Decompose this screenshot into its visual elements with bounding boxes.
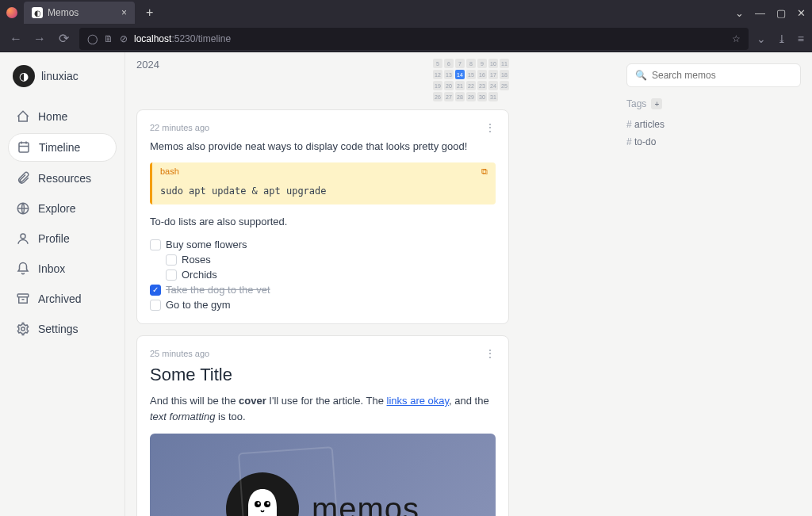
pocket-icon[interactable]: ⌄ [756,32,766,45]
browser-tab[interactable]: ◐ Memos × [24,2,135,24]
sidebar: ◑ linuxiac Home Timeline Resources Explo… [0,52,125,516]
year-label: 2024 [136,59,159,71]
nav-label: Archived [38,292,81,305]
activity-heatmap[interactable]: 5678910111213141516171819202122232425262… [433,59,509,101]
heatmap-cell[interactable]: 10 [488,59,498,68]
memo-card: 22 minutes ago ⋮ Memos also provide neat… [136,109,509,324]
svg-point-7 [21,327,25,331]
tab-favicon: ◐ [32,7,43,18]
heatmap-cell[interactable]: 15 [466,70,476,79]
checkbox[interactable] [166,254,177,266]
heatmap-cell[interactable]: 17 [488,70,498,79]
heatmap-cell[interactable]: 25 [500,81,509,90]
close-icon[interactable]: × [121,7,127,18]
todo-intro: To-do lists are also supported. [150,214,496,230]
tag-item[interactable]: to-do [626,133,801,151]
heatmap-cell[interactable]: 14 [455,70,465,79]
search-box[interactable]: 🔍 [626,63,801,87]
sidebar-item-profile[interactable]: Profile [8,225,117,252]
checkbox[interactable] [150,239,161,250]
heatmap-cell[interactable]: 23 [477,81,487,90]
nav-label: Timeline [39,141,80,154]
heatmap-cell[interactable]: 30 [477,92,487,101]
sidebar-item-resources[interactable]: Resources [8,165,117,192]
heatmap-cell[interactable]: 8 [466,59,476,68]
checkbox[interactable] [166,269,177,281]
heatmap-cell[interactable]: 11 [500,59,509,68]
new-tab-button[interactable]: + [141,6,158,20]
heatmap-cell[interactable]: 31 [488,92,498,101]
close-window-icon[interactable]: ✕ [797,7,806,19]
todo-item[interactable]: Roses [166,252,496,267]
sidebar-item-timeline[interactable]: Timeline [8,133,117,162]
memo-link[interactable]: links are okay [387,395,450,407]
heatmap-cell[interactable]: 6 [444,59,454,68]
checkbox-checked[interactable]: ✓ [150,285,161,296]
copy-icon[interactable]: ⧉ [481,166,488,177]
maximize-icon[interactable]: ▢ [776,7,786,19]
reload-button[interactable]: ⟳ [56,31,71,46]
minimize-icon[interactable]: — [755,7,765,19]
sidebar-item-explore[interactable]: Explore [8,195,117,222]
heatmap-cell[interactable]: 9 [477,59,487,68]
sidebar-item-settings[interactable]: Settings [8,315,117,342]
memo-text: Memos also provide neat ways to display … [150,139,496,155]
todo-item[interactable]: Buy some flowers [150,237,496,252]
chevron-down-icon[interactable]: ⌄ [735,7,744,19]
todo-item[interactable]: Go to the gym [150,297,496,312]
sidebar-item-archived[interactable]: Archived [8,285,117,312]
heatmap-cell[interactable]: 21 [455,81,465,90]
memo-image[interactable]: memos [150,434,496,516]
svg-point-5 [21,234,25,239]
memo-menu-icon[interactable]: ⋮ [485,121,496,134]
user-icon [16,231,30,246]
sidebar-item-inbox[interactable]: Inbox [8,255,117,282]
nav-label: Home [38,110,67,123]
username: linuxiac [41,70,79,82]
archive-icon [16,292,30,306]
back-button[interactable]: ← [8,32,24,46]
heatmap-cell[interactable]: 18 [500,70,509,79]
sidebar-item-home[interactable]: Home [8,103,117,130]
heatmap-cell[interactable]: 5 [433,59,442,68]
heatmap-cell[interactable]: 20 [444,81,454,90]
heatmap-cell[interactable]: 28 [455,92,465,101]
heatmap-cell[interactable]: 16 [477,70,487,79]
search-icon: 🔍 [635,70,647,81]
heatmap-cell[interactable]: 13 [444,70,454,79]
bookmark-icon[interactable]: ☆ [732,33,741,44]
todo-item[interactable]: ✓Take the dog to the vet [150,282,496,297]
nav-label: Explore [38,202,75,215]
gear-icon [16,322,30,336]
memo-title: Some Title [150,365,496,385]
heatmap-cell[interactable]: 12 [433,70,442,79]
heatmap-cell[interactable]: 29 [466,92,476,101]
heatmap-cell[interactable]: 7 [455,59,465,68]
heatmap-cell[interactable]: 26 [433,92,442,101]
heatmap-cell[interactable]: 24 [488,81,498,90]
nav-label: Profile [38,232,70,245]
forward-button[interactable]: → [32,32,48,46]
add-tag-button[interactable]: + [651,98,662,109]
svg-rect-6 [17,294,29,297]
tag-item[interactable]: articles [626,116,801,133]
code-lang: bash [160,166,179,176]
heatmap-cell[interactable]: 27 [444,92,454,101]
url-bar[interactable]: ◯ 🗎 ⊘ localhost:5230/timeline ☆ [79,28,749,50]
lock-icon: ⊘ [120,33,128,44]
nav-label: Resources [38,172,91,185]
memo-card: 25 minutes ago ⋮ Some Title And this wil… [136,335,509,516]
todo-item[interactable]: Orchids [166,267,496,282]
memo-menu-icon[interactable]: ⋮ [485,347,496,360]
tab-title: Memos [48,7,79,18]
heatmap-cell[interactable]: 19 [433,81,442,90]
menu-icon[interactable]: ≡ [798,32,804,45]
checkbox[interactable] [150,300,161,311]
search-input[interactable] [652,70,792,81]
downloads-icon[interactable]: ⤓ [777,32,787,45]
svg-rect-0 [19,143,29,152]
user-profile[interactable]: ◑ linuxiac [8,65,117,87]
url-host: localhost [134,33,171,44]
heatmap-cell[interactable]: 22 [466,81,476,90]
globe-icon [16,201,30,216]
